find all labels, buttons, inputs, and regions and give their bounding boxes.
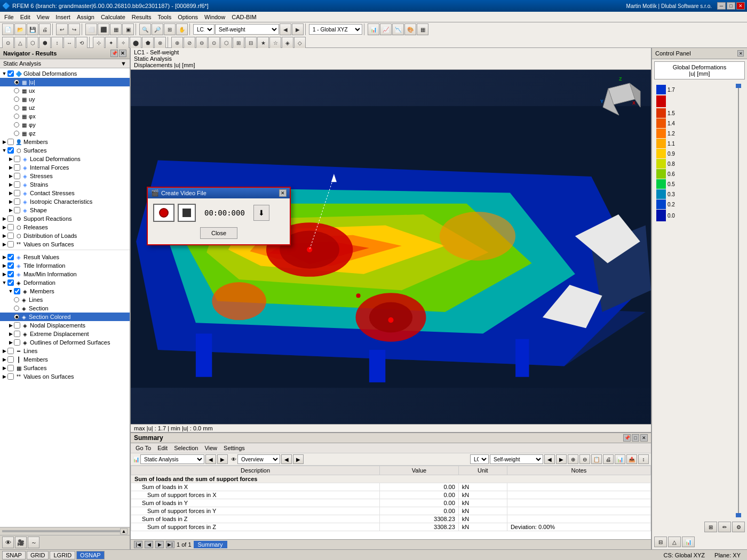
tree-contact-stresses[interactable]: ▶ ◈ Contact Stresses (0, 189, 130, 197)
expand-deformation[interactable]: ▼ (1, 279, 7, 286)
tree-surfaces[interactable]: ▼ ⬡ Surfaces (0, 146, 130, 155)
maximize-button[interactable]: □ (727, 2, 735, 10)
menu-view[interactable]: View (34, 13, 53, 21)
cb-surfaces2[interactable] (7, 365, 14, 371)
tree-support-reactions[interactable]: ▶ ⚙ Support Reactions (0, 214, 130, 223)
expand-def-members[interactable]: ▼ (7, 288, 14, 294)
cp-settings-btn[interactable]: ⚙ (732, 522, 745, 532)
page-next-btn[interactable]: ▶ (155, 541, 164, 548)
tree-outlines[interactable]: ▶ ◈ Outlines of Deformed Surfaces (0, 338, 130, 347)
menu-edit[interactable]: Edit (17, 13, 34, 21)
tb2-4[interactable]: ⬢ (39, 37, 51, 49)
tree-members[interactable]: ▶ 👤 Members (0, 138, 130, 146)
osnap-button[interactable]: OSNAP (76, 551, 105, 559)
tb-open[interactable]: 📂 (14, 23, 26, 35)
sum-view-prev[interactable]: ◀ (281, 454, 292, 464)
tree-section-colored[interactable]: ◈ Section Colored (0, 313, 130, 321)
nav-analysis-dropdown[interactable]: Static Analysis ▼ (0, 59, 130, 68)
sum-next-btn[interactable]: ▶ (217, 454, 228, 464)
grid-button[interactable]: GRID (27, 551, 49, 559)
tb2-19[interactable]: ⊞ (233, 37, 244, 49)
tb2-23[interactable]: ◈ (282, 37, 293, 49)
nav-scroll-up[interactable]: ▲ (120, 528, 128, 534)
expand-surfaces[interactable]: ▼ (1, 147, 7, 154)
cb-members2[interactable] (7, 356, 14, 363)
radio-uy[interactable] (14, 97, 19, 102)
cb-stresses[interactable] (14, 173, 20, 179)
create-video-dialog[interactable]: 🎬 Create Video File ✕ (147, 187, 291, 245)
expand-maxmin[interactable]: ▶ (1, 271, 7, 277)
expand-local-def[interactable]: ▶ (7, 156, 14, 162)
tb2-3[interactable]: ⬡ (27, 37, 38, 49)
tree-internal-forces[interactable]: ▶ ◈ Internal Forces (0, 163, 130, 172)
radio-uz[interactable] (14, 105, 19, 110)
tree-def-section[interactable]: ◈ Section (0, 304, 130, 313)
tree-values-surfaces2[interactable]: ▶ ** Values on Surfaces (0, 372, 130, 381)
expand-global-deformations[interactable]: ▼ (1, 70, 7, 77)
dialog-save-button[interactable]: ⬇ (253, 205, 269, 221)
menu-assign[interactable]: Assign (74, 13, 98, 21)
sum-btn1[interactable]: ⊕ (568, 454, 578, 464)
cp-table-btn[interactable]: ⊞ (704, 522, 717, 532)
sum-menu-view[interactable]: View (202, 444, 220, 452)
tb2-2[interactable]: △ (14, 37, 26, 49)
expand-isotropic[interactable]: ▶ (7, 198, 14, 205)
radio-pz[interactable] (14, 131, 19, 136)
tree-deformation[interactable]: ▼ ◈ Deformation (0, 278, 130, 287)
tree-isotropic[interactable]: ▶ ◈ Isotropic Characteristics (0, 197, 130, 206)
cb-local-def[interactable] (14, 156, 20, 162)
sum-lc-next[interactable]: ▶ (556, 454, 567, 464)
cb-def-members[interactable] (14, 288, 20, 294)
coord-combo[interactable]: 1 - Global XYZ (309, 24, 362, 35)
tb2-14[interactable]: ⊕ (171, 37, 183, 49)
tree-maxmin-info[interactable]: ▶ ◈ Max/Min Information (0, 270, 130, 278)
sum-menu-goto[interactable]: Go To (133, 444, 154, 452)
tb2-9[interactable]: ✦ (105, 37, 117, 49)
sum-view-combo[interactable]: Overview (237, 454, 280, 464)
cb-internal-forces[interactable] (14, 164, 20, 171)
scale-slider[interactable] (734, 84, 743, 517)
cp-close[interactable]: ✕ (737, 50, 744, 57)
minimize-button[interactable]: ─ (717, 2, 726, 10)
tb-pan[interactable]: ✋ (176, 23, 188, 35)
sum-lc-prev[interactable]: ◀ (544, 454, 555, 464)
menu-insert[interactable]: Insert (52, 13, 74, 21)
tb-prev-lc[interactable]: ◀ (280, 23, 291, 35)
expand-nodal-disp[interactable]: ▶ (7, 322, 14, 329)
expand-dist-loads[interactable]: ▶ (1, 233, 7, 239)
tb-select2[interactable]: ⬛ (98, 23, 109, 35)
tb-wire[interactable]: ▦ (417, 23, 428, 35)
expand-shape[interactable]: ▶ (7, 207, 14, 213)
cb-support[interactable] (7, 215, 14, 222)
tb-result3[interactable]: 📉 (392, 23, 404, 35)
tb2-16[interactable]: ⊖ (196, 37, 208, 49)
snap-button[interactable]: SNAP (2, 551, 26, 559)
radio-lines[interactable] (14, 297, 19, 302)
tree-deform-ux[interactable]: ▦ ux (0, 86, 130, 95)
cb-isotropic[interactable] (14, 198, 20, 205)
tree-deform-pz[interactable]: ▦ φz (0, 129, 130, 138)
sum-lc-combo[interactable]: LC1 (470, 454, 489, 464)
cb-global-deformations[interactable] (7, 70, 14, 77)
cp-result-view[interactable]: 📊 (682, 537, 695, 547)
tb-result2[interactable]: 📈 (380, 23, 392, 35)
lgrid-button[interactable]: LGRID (50, 551, 75, 559)
radio-section-colored[interactable] (14, 314, 19, 319)
tb2-8[interactable]: ⊹ (93, 37, 105, 49)
cb-values[interactable] (7, 241, 14, 247)
sum-btn7[interactable]: ↕ (638, 454, 649, 464)
expand-values2[interactable]: ▶ (1, 373, 7, 380)
tb2-7[interactable]: ⟲ (76, 37, 88, 49)
sum-menu-settings[interactable]: Settings (221, 444, 248, 452)
menu-results[interactable]: Results (129, 13, 155, 21)
tree-dist-loads[interactable]: ▶ ⬡ Distribution of Loads (0, 231, 130, 240)
cp-edit-btn[interactable]: ✏ (718, 522, 731, 532)
tree-shape[interactable]: ▶ ◈ Shape (0, 206, 130, 214)
page-last-btn[interactable]: ▶| (166, 541, 174, 548)
tb-next-lc[interactable]: ▶ (292, 23, 304, 35)
tree-deform-py[interactable]: ▦ φy (0, 121, 130, 129)
menu-options[interactable]: Options (174, 13, 201, 21)
close-button[interactable]: ✕ (736, 2, 745, 10)
tb2-10[interactable]: ✧ (117, 37, 129, 49)
cb-shape[interactable] (14, 207, 20, 213)
